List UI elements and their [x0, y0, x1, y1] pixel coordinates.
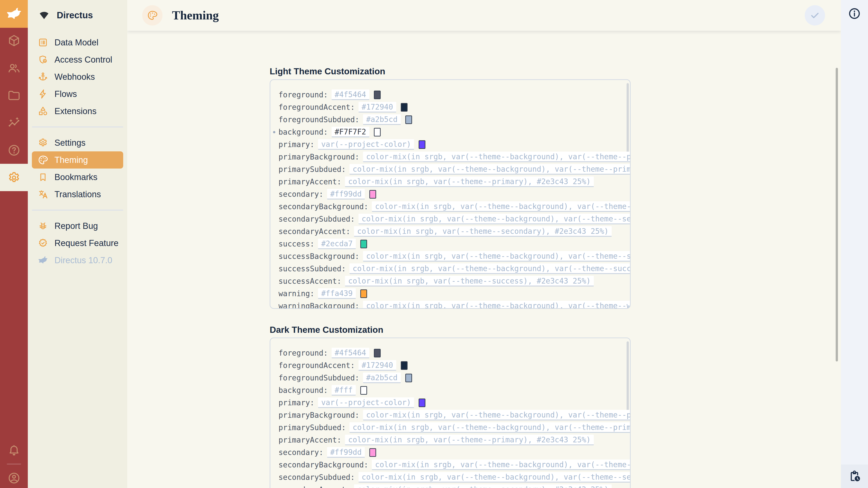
rule-value-input[interactable]: color-mix(in srgb, var(--theme--backgrou… [359, 472, 631, 483]
dark-theme-editor[interactable]: foreground:#4f5464foregroundAccent:#1729… [270, 337, 631, 488]
module-docs-button[interactable] [0, 136, 28, 164]
color-swatch[interactable] [360, 240, 367, 248]
rule-value-input[interactable]: color-mix(in srgb, var(--theme--backgrou… [363, 301, 631, 309]
rule-name: secondarySubdued: [278, 473, 355, 482]
color-swatch[interactable] [405, 116, 412, 124]
sidebar-item-webhooks[interactable]: Webhooks [32, 68, 123, 86]
rule-value-input[interactable]: var(--project-color) [318, 139, 414, 150]
module-users-button[interactable] [0, 55, 28, 82]
color-swatch[interactable] [374, 91, 381, 99]
bug-icon [38, 221, 48, 231]
rule-value-input[interactable]: color-mix(in srgb, var(--theme--backgrou… [363, 410, 631, 420]
module-settings-button[interactable] [0, 164, 28, 191]
rule-value-input[interactable]: color-mix(in srgb, var(--theme--backgrou… [372, 459, 631, 470]
theme-rule-row: secondaryBackground:color-mix(in srgb, v… [278, 459, 630, 471]
project-chooser[interactable]: Directus [28, 5, 127, 25]
rule-value-input[interactable]: #a2b5cd [363, 372, 401, 383]
rule-value-input[interactable]: color-mix(in srgb, var(--theme--backgrou… [372, 201, 631, 212]
rule-value-input[interactable]: #a2b5cd [363, 114, 401, 125]
rule-value-input[interactable]: #ff99dd [327, 189, 365, 199]
rule-name: secondary: [278, 448, 323, 457]
rule-value-input[interactable]: #2ecda7 [318, 238, 356, 249]
sidebar-item-theming[interactable]: Theming [32, 151, 123, 168]
save-button-disabled[interactable] [805, 5, 825, 26]
rule-name: primarySubdued: [278, 165, 346, 174]
directus-logo-button[interactable] [0, 0, 28, 28]
rule-value-input[interactable]: color-mix(in srgb, var(--theme--success)… [345, 276, 594, 287]
rule-value-input[interactable]: color-mix(in srgb, var(--theme--secondar… [354, 226, 612, 237]
rule-value-input[interactable]: #ff99dd [327, 447, 365, 458]
theme-rule-row: primary:var(--project-color) [278, 396, 630, 409]
main-scrollbar[interactable] [836, 68, 838, 361]
color-swatch[interactable] [374, 128, 381, 136]
notifications-button[interactable] [0, 437, 28, 464]
module-content-button[interactable] [0, 27, 28, 55]
rule-value-input[interactable]: #4f5464 [332, 348, 369, 358]
module-files-button[interactable] [0, 82, 28, 109]
rule-value-input[interactable]: #172940 [359, 102, 396, 112]
page-title: Theming [172, 8, 219, 22]
project-logo-icon [38, 9, 51, 22]
nav-divider [32, 210, 123, 210]
rule-value-input[interactable]: color-mix(in srgb, var(--theme--secondar… [354, 484, 612, 488]
info-icon [848, 7, 861, 20]
rule-name: foreground: [278, 349, 328, 357]
color-swatch[interactable] [374, 349, 381, 357]
sidebar-item-version[interactable]: Directus 10.7.0 [32, 252, 123, 269]
rule-value-input[interactable]: #fff [332, 385, 356, 396]
rule-value-input[interactable]: var(--project-color) [318, 397, 414, 408]
theme-rule-row: secondarySubdued:color-mix(in srgb, var(… [278, 213, 630, 225]
rule-value-input[interactable]: color-mix(in srgb, var(--theme--primary)… [345, 176, 594, 187]
anchor-icon [38, 72, 48, 82]
color-swatch[interactable] [418, 398, 426, 407]
sidebar-item-bookmarks[interactable]: Bookmarks [32, 168, 123, 186]
rule-value-input[interactable]: #172940 [359, 360, 396, 371]
right-sidebar [841, 0, 868, 488]
color-swatch[interactable] [401, 361, 408, 370]
color-swatch[interactable] [369, 448, 376, 457]
check-icon [809, 10, 820, 21]
rule-value-input[interactable]: #ffa439 [318, 288, 356, 299]
rule-name: primarySubdued: [278, 423, 346, 432]
rule-value-input[interactable]: color-mix(in srgb, var(--theme--backgrou… [359, 214, 631, 224]
color-swatch[interactable] [405, 374, 412, 382]
rule-value-input[interactable]: color-mix(in srgb, var(--theme--backgrou… [363, 152, 631, 162]
rule-value-input[interactable]: #4f5464 [332, 90, 369, 100]
rule-name: successBackground: [278, 252, 360, 261]
color-swatch[interactable] [418, 140, 426, 149]
rule-name: primaryAccent: [278, 435, 341, 445]
directus-rabbit-icon [6, 6, 22, 22]
rule-value-input[interactable]: color-mix(in srgb, var(--theme--backgrou… [349, 164, 631, 175]
insights-chart-icon [7, 116, 21, 130]
revisions-drawer-button[interactable] [841, 464, 868, 488]
theme-rule-row: success:#2ecda7 [278, 238, 630, 250]
rule-value-input[interactable]: color-mix(in srgb, var(--theme--primary)… [345, 435, 594, 445]
theme-rule-row: secondaryAccent:color-mix(in srgb, var(-… [278, 225, 630, 238]
rule-value-input[interactable]: color-mix(in srgb, var(--theme--backgrou… [349, 263, 631, 274]
color-swatch[interactable] [401, 103, 408, 111]
sidebar-item-data-model[interactable]: Data Model [32, 34, 123, 51]
sidebar-item-report-bug[interactable]: Report Bug [32, 217, 123, 234]
rule-value-input[interactable]: #F7F7F2 [332, 127, 369, 137]
color-swatch[interactable] [360, 386, 367, 395]
rule-value-input[interactable]: color-mix(in srgb, var(--theme--backgrou… [363, 251, 631, 262]
sidebar-item-extensions[interactable]: Extensions [32, 103, 123, 120]
color-swatch[interactable] [360, 289, 367, 298]
sidebar-item-translations[interactable]: Translations [32, 186, 123, 203]
sidebar-item-flows[interactable]: Flows [32, 86, 123, 103]
sidebar-item-settings[interactable]: Settings [32, 134, 123, 151]
rule-name: successSubdued: [278, 264, 346, 273]
cube-icon [7, 34, 21, 48]
light-theme-editor[interactable]: foreground:#4f5464foregroundAccent:#1729… [270, 79, 631, 309]
sidebar-item-request-feature[interactable]: Request Feature [32, 234, 123, 252]
sidebar-item-label: Extensions [55, 106, 96, 116]
theme-rule-row: foregroundAccent:#172940 [278, 101, 630, 113]
color-swatch[interactable] [369, 190, 376, 199]
sidebar-item-access-control[interactable]: Access Control [32, 51, 123, 68]
module-insights-button[interactable] [0, 109, 28, 136]
account-button[interactable] [0, 464, 28, 488]
rule-value-input[interactable]: color-mix(in srgb, var(--theme--backgrou… [349, 422, 631, 433]
sidebar-info-button[interactable] [846, 5, 863, 22]
rule-name: background: [278, 128, 328, 136]
theme-rule-row: secondaryBackground:color-mix(in srgb, v… [278, 200, 630, 213]
